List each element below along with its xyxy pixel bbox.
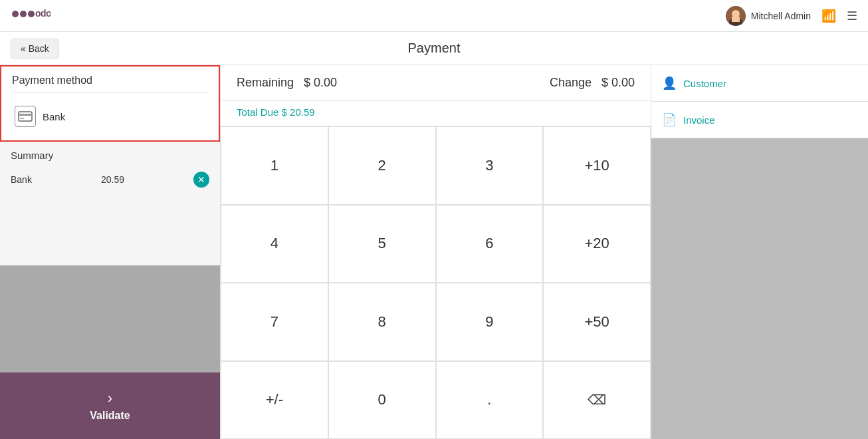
svg-point-1: [20, 11, 27, 17]
numpad-btn-1[interactable]: 1: [221, 126, 328, 205]
svg-rect-10: [20, 118, 24, 119]
username: Mitchell Admin: [751, 11, 811, 21]
numpad-btn-.[interactable]: .: [436, 361, 544, 440]
bank-option[interactable]: Bank: [12, 100, 208, 132]
numpad-btn-plusslash-[interactable]: +/-: [221, 361, 328, 440]
svg-text:odoo: odoo: [35, 8, 51, 19]
customer-label: Customer: [683, 78, 726, 89]
logo-area: odoo: [11, 5, 51, 27]
customer-icon: 👤: [662, 76, 677, 90]
summary-bank-value: 20.59: [101, 174, 124, 185]
numpad-btn-4[interactable]: 4: [221, 205, 328, 283]
center-panel: Remaining $ 0.00 Change $ 0.00 Total Due…: [221, 65, 651, 439]
summary-section: Summary Bank 20.59 ✕: [0, 142, 220, 265]
summary-bank-label: Bank: [11, 174, 32, 185]
avatar: [726, 6, 746, 26]
total-due: Total Due $ 20.59: [221, 101, 651, 126]
validate-section[interactable]: › Validate: [0, 372, 220, 439]
remaining-text: Remaining $ 0.00: [237, 76, 337, 90]
backspace-icon: ⌫: [588, 392, 606, 408]
numpad-btn-0[interactable]: 0: [328, 361, 436, 440]
amounts-bar: Remaining $ 0.00 Change $ 0.00: [221, 65, 651, 101]
bank-label: Bank: [43, 111, 65, 122]
user-info: Mitchell Admin: [726, 6, 811, 26]
svg-rect-8: [19, 112, 32, 121]
subheader: « Back Payment: [0, 32, 868, 65]
numpad-btn-3[interactable]: 3: [436, 126, 544, 205]
invoice-row[interactable]: 📄 Invoice: [651, 102, 868, 138]
svg-rect-7: [732, 17, 740, 22]
right-panel: 👤 Customer 📄 Invoice: [651, 65, 868, 439]
topbar: odoo Mitchell Admin 📶 ☰: [0, 0, 868, 32]
page-title: Payment: [408, 41, 461, 56]
numpad-btn-5[interactable]: 5: [328, 205, 436, 283]
customer-row[interactable]: 👤 Customer: [651, 65, 868, 102]
back-label: « Back: [21, 43, 49, 54]
summary-remove-button[interactable]: ✕: [193, 172, 209, 188]
numpad-btn-backspace[interactable]: ⌫: [543, 361, 651, 440]
right-gray-area: [651, 138, 868, 439]
svg-rect-9: [19, 114, 32, 116]
payment-method-title: Payment method: [12, 74, 208, 92]
back-button[interactable]: « Back: [11, 39, 59, 59]
change-block: Change $ 0.00: [550, 76, 635, 90]
numpad-btn-8[interactable]: 8: [328, 283, 436, 361]
numpad-btn-9[interactable]: 9: [436, 283, 544, 361]
validate-label: Validate: [90, 410, 130, 422]
wifi-icon: 📶: [821, 9, 836, 23]
invoice-icon: 📄: [662, 112, 677, 127]
numpad: 123+10456+20789+50+/-0.⌫: [221, 126, 651, 439]
remaining-block: Remaining $ 0.00: [237, 76, 337, 90]
svg-point-2: [28, 11, 35, 17]
menu-icon[interactable]: ☰: [847, 9, 857, 23]
left-panel: Payment method Bank Summary Bank 20.59 ✕: [0, 65, 221, 439]
topbar-right: Mitchell Admin 📶 ☰: [726, 6, 857, 26]
bank-card-icon: [15, 106, 36, 127]
odoo-logo: odoo: [11, 5, 51, 27]
numpad-btn-plus10[interactable]: +10: [543, 126, 651, 205]
validate-arrow-icon: ›: [108, 390, 112, 407]
left-gray-area: [0, 265, 220, 373]
change-text: Change $ 0.00: [550, 76, 635, 90]
numpad-btn-7[interactable]: 7: [221, 283, 328, 361]
main-layout: Payment method Bank Summary Bank 20.59 ✕: [0, 65, 868, 439]
summary-row: Bank 20.59 ✕: [11, 169, 209, 190]
svg-point-0: [12, 11, 19, 17]
numpad-btn-plus50[interactable]: +50: [543, 283, 651, 361]
numpad-btn-plus20[interactable]: +20: [543, 205, 651, 283]
numpad-btn-2[interactable]: 2: [328, 126, 436, 205]
invoice-label: Invoice: [683, 114, 715, 126]
payment-method-section: Payment method Bank: [0, 65, 220, 142]
summary-title: Summary: [11, 150, 209, 161]
numpad-btn-6[interactable]: 6: [436, 205, 544, 283]
